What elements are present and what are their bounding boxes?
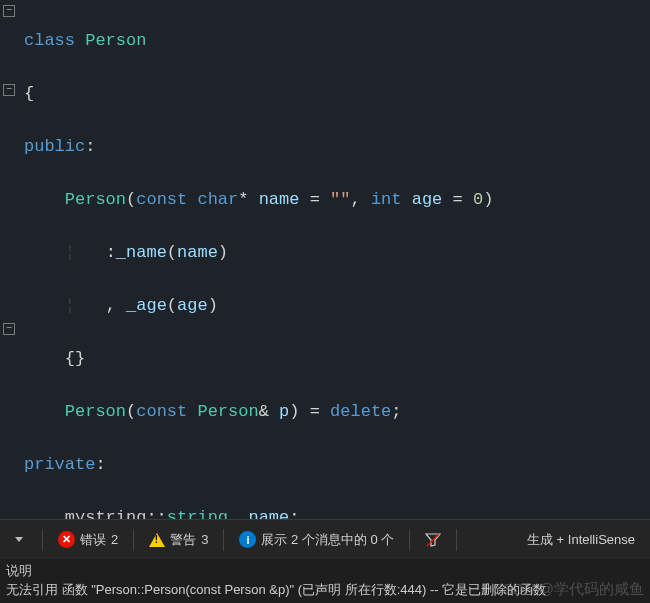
token-type: Person <box>24 402 126 421</box>
build-label: 生成 + IntelliSense <box>527 531 635 549</box>
warnings-count: 3 <box>201 532 208 547</box>
gutter: − − − <box>0 0 20 519</box>
filter-dropdown[interactable] <box>6 533 36 546</box>
messages-text: 展示 2 个消息中的 0 个 <box>261 531 394 549</box>
token-keyword: private <box>24 455 95 474</box>
error-list-toolbar: ✕ 错误 2 警告 3 i 展示 2 个消息中的 0 个 生成 + Intell… <box>0 519 650 559</box>
token-type: Person <box>75 31 146 50</box>
token-type: Person <box>24 190 126 209</box>
errors-count: 2 <box>111 532 118 547</box>
warnings-label: 警告 <box>170 531 196 549</box>
description-text: 无法引用 函数 "Person::Person(const Person &p)… <box>6 580 644 599</box>
fold-icon[interactable]: − <box>3 323 15 335</box>
info-icon: i <box>239 531 256 548</box>
chevron-down-icon <box>15 537 23 542</box>
warning-icon <box>149 533 165 547</box>
build-source-dropdown[interactable]: 生成 + IntelliSense <box>518 527 644 553</box>
description-heading: 说明 <box>6 561 644 580</box>
error-description-panel: 说明 无法引用 函数 "Person::Person(const Person … <box>0 559 650 603</box>
token-brace: { <box>24 84 34 103</box>
code-area[interactable]: class Person { public: Person(const char… <box>20 1 650 603</box>
svg-line-0 <box>427 534 439 546</box>
fold-icon[interactable]: − <box>3 5 15 17</box>
token-brace: {} <box>24 349 85 368</box>
code-editor[interactable]: − − − class Person { public: Person(cons… <box>0 0 650 519</box>
token-keyword: class <box>24 31 75 50</box>
messages-button[interactable]: i 展示 2 个消息中的 0 个 <box>230 527 403 553</box>
fold-icon[interactable]: − <box>3 84 15 96</box>
warnings-button[interactable]: 警告 3 <box>140 527 217 553</box>
clear-filter-button[interactable] <box>416 528 450 552</box>
errors-button[interactable]: ✕ 错误 2 <box>49 527 127 553</box>
error-icon: ✕ <box>58 531 75 548</box>
errors-label: 错误 <box>80 531 106 549</box>
filter-icon <box>425 532 441 548</box>
token-keyword: public <box>24 137 85 156</box>
